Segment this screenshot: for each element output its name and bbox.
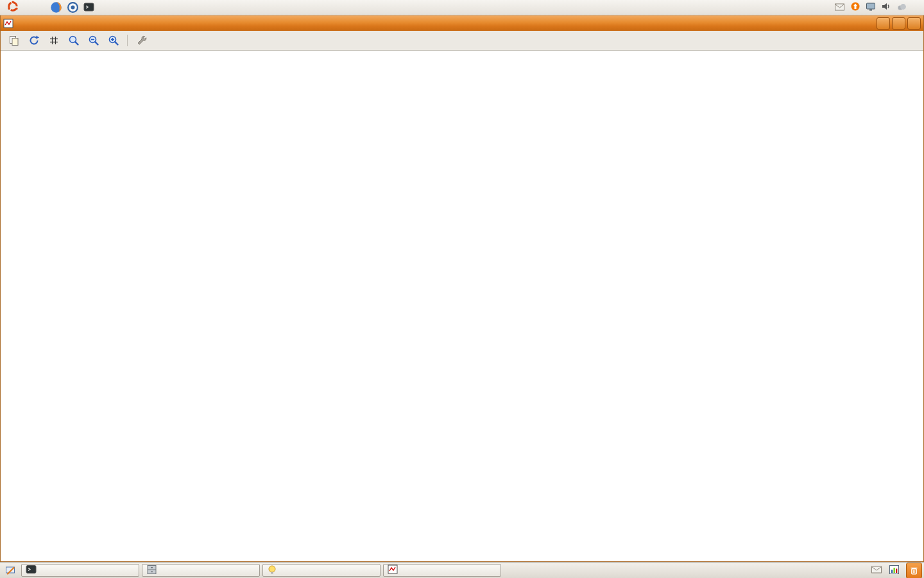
ubuntu-logo-icon (7, 1, 19, 14)
zoom-previous-icon[interactable] (84, 32, 103, 49)
show-desktop-icon[interactable] (2, 563, 19, 578)
update-notifier-icon[interactable] (850, 1, 860, 13)
taskbar-button-1[interactable] (142, 564, 260, 577)
plot-area (1, 51, 923, 561)
taskbar-button-0[interactable] (21, 564, 139, 577)
taskbar (0, 562, 924, 578)
settings-icon[interactable] (132, 32, 151, 49)
desktop (0, 0, 924, 578)
system-menu[interactable] (38, 7, 47, 8)
file-manager-icon (146, 565, 157, 577)
trash-icon[interactable] (906, 563, 922, 578)
taskbar-button-2[interactable] (262, 564, 381, 577)
plot-canvas[interactable] (1, 51, 923, 561)
gajim-icon (267, 565, 277, 577)
firefox-icon[interactable] (48, 1, 64, 15)
gnuplot-window-icon (3, 19, 13, 28)
terminal-launcher-icon[interactable] (81, 1, 97, 15)
toolbar (1, 31, 923, 51)
display-icon[interactable] (866, 2, 876, 13)
mail-tray-icon[interactable] (871, 565, 882, 576)
gnuplot-icon (388, 565, 398, 576)
toolbar-separator (127, 35, 128, 46)
titlebar[interactable] (1, 15, 923, 31)
copy-icon[interactable] (4, 32, 23, 49)
volume-icon[interactable] (881, 1, 891, 13)
taskbar-button-3[interactable] (383, 564, 501, 577)
help-browser-icon[interactable] (65, 1, 80, 15)
gnuplot-window (0, 15, 924, 562)
zoom-next-icon[interactable] (104, 32, 123, 49)
zoom-icon[interactable] (64, 32, 83, 49)
mail-notification-icon[interactable] (834, 2, 845, 13)
replot-icon[interactable] (24, 32, 43, 49)
taskbar-tray (864, 563, 922, 578)
maximize-button[interactable] (892, 17, 905, 30)
help-icon[interactable] (152, 32, 171, 49)
close-button[interactable] (907, 17, 921, 30)
chart-tray-icon[interactable] (889, 565, 900, 577)
places-menu[interactable] (28, 7, 37, 8)
weather-icon[interactable] (896, 2, 907, 13)
terminal-icon (26, 565, 37, 576)
grid-icon[interactable] (44, 32, 63, 49)
top-panel (0, 0, 924, 15)
window-controls (877, 17, 921, 30)
applications-menu[interactable] (3, 0, 26, 15)
minimize-button[interactable] (877, 17, 890, 30)
panel-status-area (834, 1, 921, 13)
